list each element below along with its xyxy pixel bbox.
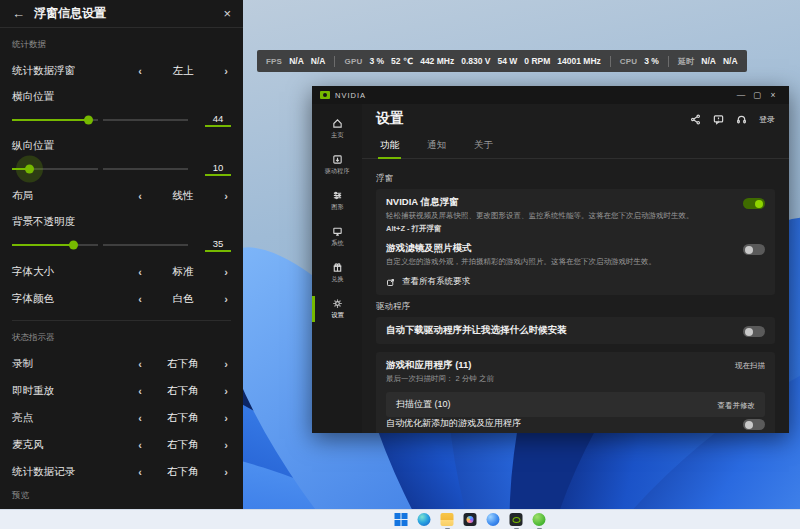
app-sidebar: 主页 驱动程序 图形 系统 兑换 设置 [312,104,362,433]
auto-optimize-toggle[interactable] [743,419,765,430]
login-button[interactable]: 登录 [759,114,775,125]
selector-value: 左上 [145,64,221,78]
chevron-right-icon[interactable]: › [221,412,231,424]
setting-title: 自动优化新添加的游戏及应用程序 [386,417,733,430]
slider-label: 背景不透明度 [12,215,231,229]
tab-features[interactable]: 功能 [378,134,401,158]
gpu-label: GPU [344,57,362,66]
settings-content: 浮窗 NVIDIA 信息浮窗 轻松捕获视频及屏幕快照、更改图形设置、监控系统性能… [362,159,789,433]
chevron-right-icon[interactable]: › [221,385,231,397]
slider-handle[interactable] [25,165,34,174]
geforce-overlay-icon[interactable] [533,513,546,526]
chevron-right-icon[interactable]: › [221,293,231,305]
chevron-right-icon[interactable]: › [221,65,231,77]
chevron-left-icon[interactable]: ‹ [135,266,145,278]
slider-track[interactable] [12,244,188,246]
chevron-left-icon[interactable]: ‹ [135,293,145,305]
chevron-right-icon[interactable]: › [221,439,231,451]
copilot-icon[interactable] [487,513,500,526]
slider-handle[interactable] [84,116,93,125]
selector-instant-replay: 即时重放 ‹ 右下角 › [12,384,231,398]
tab-notifications[interactable]: 通知 [425,134,448,158]
close-icon[interactable]: × [223,6,231,21]
sidebar-item-system[interactable]: 系统 [312,220,362,254]
sidebar-item-label: 驱动程序 [325,167,350,176]
panel-title: 浮窗信息设置 [34,5,223,22]
sidebar-item-label: 系统 [331,239,343,248]
tab-about[interactable]: 关于 [472,134,495,158]
sidebar-item-label: 兑换 [331,275,343,284]
gpu-fan: 0 RPM [524,56,550,66]
setting-description: 自定义您的游戏外观，并拍摄精彩的游戏内照片。这将在您下次启动游戏时生效。 [386,257,733,267]
slider-value-field[interactable]: 44 [205,113,231,127]
slider-track[interactable] [12,168,188,170]
nvidia-app-icon[interactable] [510,513,523,526]
edge-icon[interactable] [418,513,431,526]
scan-now-button[interactable]: 现在扫描 [735,359,765,371]
sidebar-item-redeem[interactable]: 兑换 [312,256,362,290]
slider-value-field[interactable]: 10 [205,162,231,176]
minimize-button[interactable]: — [733,90,749,100]
app-main: 设置 登录 功能 通知 关于 浮窗 NVIDIA 信息浮窗 [362,104,789,433]
start-button-icon[interactable] [395,513,408,526]
nvidia-app-window: NVIDIA — ▢ × 主页 驱动程序 图形 系统 兑 [312,86,789,433]
chevron-right-icon[interactable]: › [221,358,231,370]
game-filters-toggle[interactable] [743,244,765,255]
slider-fill [12,119,89,121]
chevron-left-icon[interactable]: ‹ [135,412,145,424]
close-button[interactable]: × [765,90,781,100]
file-explorer-icon[interactable] [441,513,454,526]
divider [668,56,669,67]
share-icon[interactable] [690,114,701,125]
chevron-left-icon[interactable]: ‹ [135,358,145,370]
external-link-icon [386,278,395,287]
sidebar-item-home[interactable]: 主页 [312,112,362,146]
setting-row-game-filters: 游戏滤镜及照片模式 自定义您的游戏外观，并拍摄精彩的游戏内照片。这将在您下次启动… [386,242,765,267]
system-requirements-link[interactable]: 查看所有系统要求 [386,276,765,288]
window-body: 主页 驱动程序 图形 系统 兑换 设置 [312,104,789,433]
maximize-button[interactable]: ▢ [749,90,765,100]
feedback-icon[interactable] [713,114,724,125]
sidebar-item-label: 设置 [331,311,343,320]
selector-value: 右下角 [145,411,221,425]
slider-horizontal-position: 横向位置 44 [12,90,231,127]
performance-overlay-bar: FPS N/A N/A GPU 3 % 52 ℃ 442 MHz 0.830 V… [257,50,747,72]
section-overlay: 浮窗 [376,173,775,185]
slider-label: 横向位置 [12,90,231,104]
photos-icon[interactable] [464,513,477,526]
slider-fill [12,244,74,246]
gpu-temperature: 52 ℃ [391,56,413,66]
slider-track[interactable] [12,119,188,121]
selector-microphone: 麦克风 ‹ 右下角 › [12,438,231,452]
selector-stats-logging: 统计数据记录 ‹ 右下角 › [12,465,231,479]
chevron-left-icon[interactable]: ‹ [135,65,145,77]
back-icon[interactable]: ← [12,6,30,21]
view-modify-button[interactable]: 查看并修改 [718,399,756,411]
window-titlebar[interactable]: NVIDIA — ▢ × [312,86,789,104]
chevron-right-icon[interactable]: › [221,266,231,278]
info-overlay-toggle[interactable] [743,198,765,209]
chevron-right-icon[interactable]: › [221,466,231,478]
chevron-left-icon[interactable]: ‹ [135,190,145,202]
setting-row-info-overlay: NVIDIA 信息浮窗 轻松捕获视频及屏幕快照、更改图形设置、监控系统性能等。这… [386,196,765,234]
sidebar-item-drivers[interactable]: 驱动程序 [312,148,362,182]
slider-handle[interactable] [69,241,78,250]
link-label: 查看所有系统要求 [402,276,470,288]
selector-highlights: 亮点 ‹ 右下角 › [12,411,231,425]
slider-value-field[interactable]: 35 [205,238,231,252]
chevron-left-icon[interactable]: ‹ [135,439,145,451]
divider [334,56,335,67]
cpu-utilization: 3 % [644,56,659,66]
auto-download-toggle[interactable] [743,326,765,337]
settings-tabs: 功能 通知 关于 [362,134,789,159]
sidebar-item-settings[interactable]: 设置 [312,292,362,326]
chevron-left-icon[interactable]: ‹ [135,466,145,478]
sidebar-item-graphics[interactable]: 图形 [312,184,362,218]
last-scan-text: 最后一次扫描时间： 2 分钟 之前 [386,374,725,384]
gift-icon [332,262,343,273]
taskbar-icons [395,510,546,529]
headset-icon[interactable] [736,114,747,125]
chevron-left-icon[interactable]: ‹ [135,385,145,397]
chevron-right-icon[interactable]: › [221,190,231,202]
app-header: 设置 登录 [362,104,789,134]
